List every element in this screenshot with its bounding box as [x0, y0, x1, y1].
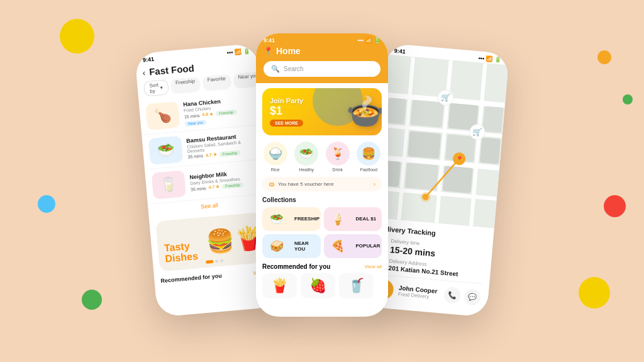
cp-recommended-header: Recommended for you View all: [262, 263, 382, 270]
svg-rect-14: [443, 166, 473, 193]
lp-restaurant-2-time: 35 mins: [187, 153, 203, 159]
cp-rec-item-3[interactable]: 🥤: [339, 273, 374, 298]
svg-text:🛒: 🛒: [440, 92, 450, 102]
cp-cat-rice-label: Rice: [271, 167, 280, 172]
cp-page-title: Home: [276, 46, 301, 56]
svg-text:📍: 📍: [455, 154, 464, 163]
cp-rec-item-2[interactable]: 🍓: [301, 273, 335, 298]
lp-back-button[interactable]: ‹: [142, 67, 146, 77]
cp-promo-food: 🍲: [346, 93, 382, 130]
cp-cat-drink[interactable]: 🍹 Drink: [325, 142, 351, 172]
cp-coll-nearyou[interactable]: 🥪 NEAR YOU: [262, 234, 321, 258]
deco-circle-red-mr: [604, 195, 626, 217]
cp-rec-img-2: 🍓: [301, 273, 335, 298]
rp-status-icons: ▪▪▪ 📶 🔋: [478, 55, 501, 63]
lp-restaurant-1-near: Near you: [185, 120, 207, 127]
rp-driver-actions: 📞 💬: [443, 286, 481, 306]
cp-coll-deal-img: 🍦: [324, 207, 352, 231]
cp-cat-rice[interactable]: 🍚 Rice: [262, 142, 289, 172]
phone-center: 9:41 ▪▪▪ 📶 🔋 📍 Home 🔍 Search Join Party …: [256, 33, 388, 317]
cp-body: Join Party $1 SEE MORE 🍲 🍚 Rice 🥗 Health…: [256, 83, 388, 303]
cp-cat-drink-label: Drink: [333, 167, 343, 172]
lp-restaurant-1-time: 15 mins: [184, 113, 200, 118]
lp-status-icons: ▪▪▪ 📶 🔋: [226, 47, 250, 55]
lp-dot-2: [214, 259, 218, 263]
cp-status-bar: 9:41 ▪▪▪ 📶 🔋: [264, 37, 380, 43]
cp-search-bar[interactable]: 🔍 Search: [264, 61, 380, 77]
cp-rec-title: Recommended for you: [262, 263, 330, 270]
cp-coll-freeship-img: 🥗: [262, 207, 291, 231]
lp-restaurant-1-badge: Freeship: [216, 109, 237, 116]
cp-voucher-icon: 🎟: [269, 181, 275, 188]
deco-circle-orange-tr: [597, 50, 611, 64]
cp-rec-items: 🍟 🍓 🥤: [262, 273, 382, 298]
cp-promo-banner[interactable]: Join Party $1 SEE MORE 🍲: [262, 88, 382, 135]
cp-time: 9:41: [264, 37, 275, 43]
lp-food-img-3: 🥛: [152, 170, 186, 199]
cp-header: 9:41 ▪▪▪ 📶 🔋 📍 Home 🔍 Search: [256, 33, 388, 83]
lp-restaurant-3-info: Neighbor Milk Dairy Drinks & Smoothies 3…: [189, 167, 263, 191]
cp-rec-item-1[interactable]: 🍟: [262, 273, 297, 298]
lp-restaurant-3-time: 35 mins: [191, 185, 206, 191]
cp-cat-fastfood-icon: 🍔: [357, 142, 380, 166]
lp-restaurant-2-info: Bamsu Restaurant Chicken Salad, Sandwich…: [186, 131, 260, 159]
lp-restaurant-1-info: Hana Chicken Fried Chicken 15 mins 4.8 ★…: [183, 95, 257, 127]
lp-dot-1: [206, 259, 213, 263]
cp-search-placeholder: Search: [284, 65, 304, 72]
cp-coll-deal-label: DEAL $1: [352, 216, 380, 222]
cp-voucher-bar[interactable]: 🎟 You have 5 voucher here ›: [262, 177, 382, 191]
cp-collections-grid: 🥗 FREESHIP 🍦 DEAL $1 🥪 NEAR YOU 🍕 POPULA…: [262, 207, 382, 258]
lp-dot-3: [219, 259, 223, 262]
cp-coll-nearyou-img: 🥪: [262, 234, 291, 258]
cp-voucher-text: You have 5 voucher here: [278, 181, 334, 187]
cp-cat-rice-icon: 🍚: [264, 142, 287, 166]
rp-phone-button[interactable]: 📞: [443, 286, 461, 304]
lp-restaurant-1-rating: 4.8 ★: [202, 111, 213, 118]
svg-rect-13: [405, 162, 438, 190]
cp-view-all[interactable]: View all: [365, 264, 382, 269]
cp-coll-popular[interactable]: 🍕 POPULAR: [324, 234, 382, 258]
cp-location-icon: 📍: [264, 47, 273, 55]
rp-driver-info: John Cooper Food Delivery: [398, 284, 440, 300]
lp-restaurant-3-badge: Freeship: [222, 182, 243, 189]
deco-circle-yellow-tl: [60, 19, 94, 54]
cp-voucher-left: 🎟 You have 5 voucher here: [269, 181, 334, 188]
cp-cat-fastfood-label: Fastfood: [360, 167, 377, 172]
cp-coll-freeship[interactable]: 🥗 FREESHIP: [262, 207, 321, 231]
svg-rect-8: [411, 99, 444, 127]
cp-coll-nearyou-label: NEAR YOU: [291, 240, 321, 252]
rp-delivery-address-info: Delivery Address 201 Katian No.21 Street: [388, 258, 459, 278]
cp-rec-img-1: 🍟: [262, 273, 297, 298]
svg-rect-16: [482, 106, 503, 132]
lp-restaurant-2-rating: 4.7 ★: [206, 152, 217, 158]
cp-promo-button[interactable]: SEE MORE: [270, 120, 303, 127]
rp-map-svg: 🛒 🛒 📍: [372, 54, 509, 228]
svg-rect-10: [387, 98, 406, 124]
lp-tag-favorite[interactable]: Favorite: [202, 74, 231, 91]
lp-tag-freeship[interactable]: Freeship: [170, 76, 201, 94]
svg-rect-11: [408, 131, 441, 159]
lp-time: 9:41: [142, 55, 154, 63]
cp-coll-popular-label: POPULAR: [352, 243, 382, 249]
rp-delivery-time-info: Delivery time 15-20 mins: [390, 238, 436, 258]
cp-title-row: 📍 Home: [264, 46, 380, 56]
lp-food-img-1: 🍗: [145, 101, 180, 130]
rp-map: 🛒 🛒 📍: [372, 54, 509, 228]
cp-coll-deal[interactable]: 🍦 DEAL $1: [324, 207, 382, 231]
lp-banner-text: Tasty Dishes: [164, 239, 198, 264]
phones-container: 9:41 ▪▪▪ 📶 🔋 ‹ Fast Food Sort by ▾ Frees…: [133, 40, 511, 323]
lp-restaurant-3-rating: 4.7 ★: [208, 184, 219, 190]
cp-cat-healthy-label: Healthy: [299, 167, 314, 172]
lp-recommended-title: Recommended for you: [160, 272, 222, 283]
lp-page-title: Fast Food: [149, 62, 195, 77]
deco-circle-green-tr: [623, 94, 633, 105]
svg-text:🛒: 🛒: [472, 126, 482, 136]
deco-circle-yellow-br: [579, 277, 610, 308]
cp-cat-fastfood[interactable]: 🍔 Fastfood: [356, 142, 382, 172]
lp-banner[interactable]: Tasty Dishes 🍔🍟: [155, 212, 269, 271]
deco-circle-blue-ml: [38, 195, 55, 213]
rp-chat-button[interactable]: 💬: [464, 288, 481, 305]
lp-sort-button[interactable]: Sort by ▾: [143, 79, 169, 96]
cp-cat-healthy[interactable]: 🥗 Healthy: [294, 142, 320, 172]
svg-rect-17: [480, 137, 501, 164]
